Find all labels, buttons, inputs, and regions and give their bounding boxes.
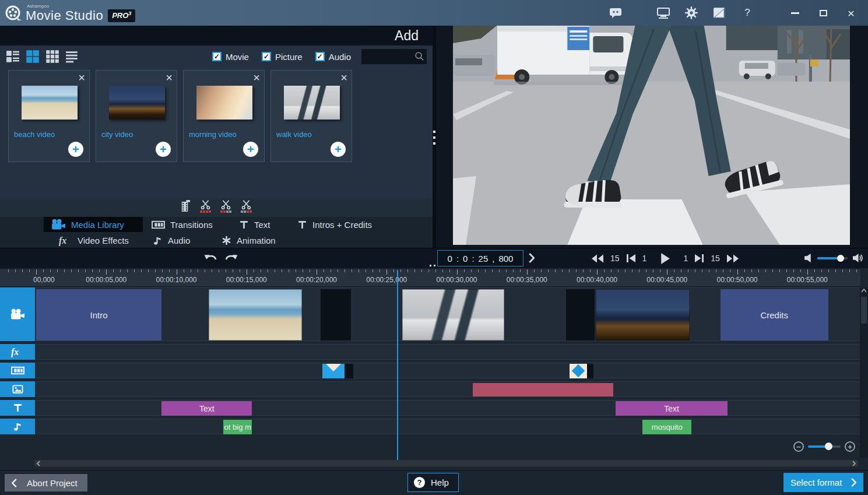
media-card-city[interactable]: ×city video+ <box>96 70 177 162</box>
tab-intros-credits[interactable]: Intros + Credits <box>290 217 379 232</box>
jump-forward-icon[interactable] <box>726 254 739 263</box>
track-lane-effects[interactable] <box>35 344 860 360</box>
help-icon[interactable]: ? <box>741 7 754 19</box>
tab-video-effects[interactable]: fxVideo Effects <box>51 233 136 248</box>
view-grid-small-icon[interactable] <box>45 50 59 63</box>
apply-to-film-icon[interactable] <box>180 200 191 212</box>
cut-right-icon[interactable] <box>241 200 252 213</box>
track-lane-video[interactable]: IntroCredits <box>35 287 860 341</box>
settings-gear-icon[interactable] <box>685 7 698 19</box>
select-format-button[interactable]: Select format <box>783 473 863 492</box>
clip-text[interactable]: Text <box>616 401 727 416</box>
view-detail-icon[interactable] <box>6 50 20 63</box>
clip-beach-video[interactable] <box>209 289 302 340</box>
remove-media-icon[interactable]: × <box>253 72 260 83</box>
edit-notes-icon[interactable] <box>713 7 726 19</box>
step-forward-icon[interactable] <box>694 254 704 263</box>
clip-credits[interactable]: Credits <box>721 289 828 340</box>
zoom-knob[interactable] <box>825 443 832 450</box>
filter-movie[interactable]: ✓Movie <box>212 52 249 62</box>
clip-city-video[interactable] <box>596 289 690 340</box>
filter-audio[interactable]: ✓Audio <box>315 52 351 62</box>
add-to-timeline-button[interactable]: + <box>331 142 346 157</box>
track-header-images[interactable] <box>0 381 35 397</box>
h-scroll-thumb[interactable] <box>34 460 858 466</box>
add-to-timeline-button[interactable]: + <box>68 142 83 157</box>
clip-audio[interactable]: mosquito <box>642 420 691 434</box>
goto-next-icon[interactable] <box>528 253 535 263</box>
view-grid-large-icon[interactable] <box>26 50 40 63</box>
redo-icon[interactable] <box>224 252 238 263</box>
video-frame[interactable] <box>453 26 850 245</box>
timecode-display[interactable]: 0:0:25,800 <box>437 250 523 266</box>
feedback-icon[interactable] <box>609 7 622 19</box>
volume-knob[interactable] <box>837 255 844 262</box>
horizontal-scrollbar[interactable] <box>34 459 859 467</box>
maximize-button[interactable] <box>817 7 830 19</box>
mute-icon[interactable] <box>804 253 812 263</box>
tab-animation[interactable]: Animation <box>215 233 283 248</box>
view-list-icon[interactable] <box>65 50 79 63</box>
scroll-up-icon[interactable] <box>861 289 867 293</box>
track-header-transitions[interactable] <box>0 363 35 378</box>
close-button[interactable]: × <box>845 7 858 19</box>
track-lane-transitions[interactable] <box>35 363 860 378</box>
checkbox-picture[interactable]: ✓ <box>262 52 271 61</box>
clip-empty[interactable] <box>566 289 595 340</box>
zoom-slider[interactable] <box>808 445 841 448</box>
clip-image[interactable] <box>473 383 613 396</box>
transition-diamond-icon[interactable] <box>570 364 587 378</box>
transition-wipe[interactable] <box>322 364 353 378</box>
remove-media-icon[interactable]: × <box>78 72 85 83</box>
timeline-ruler[interactable]: 00,00000:00:05,00000:00:10,00000:00:15,0… <box>0 269 860 287</box>
media-card-beach[interactable]: ×beach video+ <box>8 70 90 162</box>
help-button[interactable]: ? Help <box>407 473 459 492</box>
monitor-icon[interactable] <box>657 7 670 19</box>
tab-text[interactable]: Text <box>232 217 277 232</box>
cut-left-icon[interactable] <box>220 200 231 213</box>
checkbox-audio[interactable]: ✓ <box>315 52 325 61</box>
cut-clip-icon[interactable] <box>200 200 211 213</box>
play-icon[interactable] <box>660 253 670 264</box>
speaker-icon[interactable] <box>853 253 863 263</box>
clip-text[interactable]: Text <box>161 401 252 416</box>
tab-media-library[interactable]: Media Library <box>44 217 143 232</box>
track-lane-images[interactable] <box>35 381 860 397</box>
track-header-text[interactable] <box>0 400 35 416</box>
step-back-icon[interactable] <box>626 254 636 263</box>
abort-project-button[interactable]: Abort Project <box>5 474 87 492</box>
track-lane-text[interactable]: TextText <box>35 400 860 416</box>
add-to-timeline-button[interactable]: + <box>156 142 171 157</box>
track-lane-audio[interactable]: ot big mmosquito <box>35 419 860 434</box>
v-scroll-thumb[interactable] <box>861 297 867 324</box>
checkbox-movie[interactable]: ✓ <box>212 52 222 61</box>
add-button[interactable]: Add <box>395 28 419 44</box>
add-to-timeline-button[interactable]: + <box>243 142 258 157</box>
vertical-scrollbar[interactable] <box>860 287 868 458</box>
track-header-effects[interactable]: fx <box>0 344 35 360</box>
scroll-left-icon[interactable] <box>36 459 41 467</box>
transition-diamond[interactable] <box>570 364 593 378</box>
zoom-in-button[interactable]: + <box>845 441 855 452</box>
media-card-walk[interactable]: ×walk video+ <box>270 70 352 162</box>
transition-wipe-icon[interactable] <box>322 364 345 378</box>
jump-back-icon[interactable] <box>591 254 604 263</box>
track-header-video[interactable] <box>0 287 35 341</box>
media-card-morning[interactable]: ×morning video+ <box>183 70 265 162</box>
tab-audio[interactable]: Audio <box>146 233 197 248</box>
filter-picture[interactable]: ✓Picture <box>262 52 303 62</box>
remove-media-icon[interactable]: × <box>340 72 347 83</box>
minimize-button[interactable] <box>789 7 802 19</box>
playhead[interactable] <box>397 270 398 460</box>
volume-slider[interactable] <box>817 257 848 259</box>
clip-walk-video[interactable] <box>402 289 505 340</box>
scroll-right-icon[interactable] <box>852 459 856 467</box>
clip-audio[interactable]: ot big m <box>223 420 252 434</box>
undo-icon[interactable] <box>204 252 218 263</box>
tab-transitions[interactable]: Transitions <box>145 217 220 232</box>
track-header-audio[interactable] <box>0 419 35 434</box>
remove-media-icon[interactable]: × <box>166 72 173 83</box>
clip-empty[interactable] <box>321 289 351 340</box>
clip-intro[interactable]: Intro <box>36 289 161 340</box>
zoom-out-button[interactable]: − <box>793 441 804 452</box>
